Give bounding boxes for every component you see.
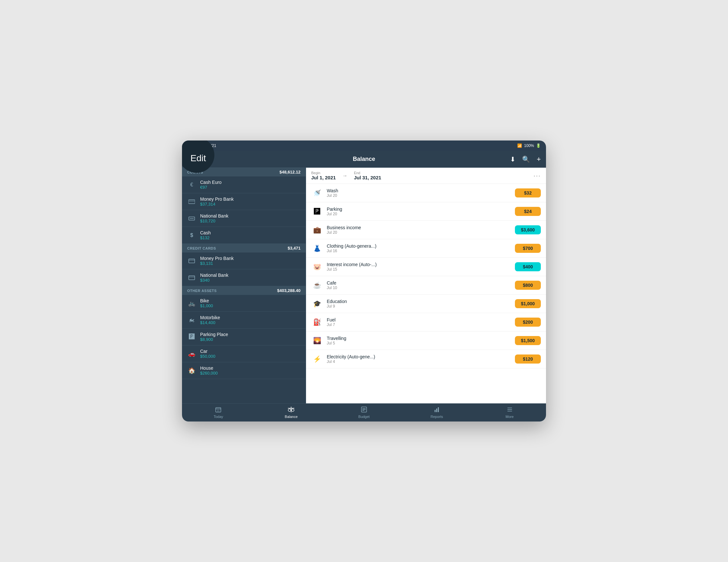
search-icon[interactable]: 🔍 xyxy=(522,155,530,163)
begin-value: Jul 1, 2021 xyxy=(311,175,336,180)
svg-rect-6 xyxy=(189,276,195,280)
account-name: Parking Place xyxy=(200,332,301,337)
bike-icon: 🚲 xyxy=(187,299,196,308)
credit-cards-total: $3,471 xyxy=(288,246,301,251)
other-assets-total: $403,288.40 xyxy=(277,288,301,293)
account-balance: $132 xyxy=(200,235,301,240)
more-options-button[interactable]: ··· xyxy=(533,172,541,179)
list-item[interactable]: 🚲 Bike $1,000 xyxy=(182,295,306,312)
status-bar: '21 📶 100% 🔋 xyxy=(182,141,546,151)
cafe-icon: ☕ xyxy=(311,280,323,291)
account-name: Money Pro Bank xyxy=(200,256,301,261)
account-balance: $8,900 xyxy=(200,337,301,342)
trans-date: Jul 16 xyxy=(327,249,511,253)
trans-name: Cafe xyxy=(327,281,511,285)
list-item[interactable]: ⚡ Electricity (Auto-gene...) Jul 4 $120 xyxy=(306,350,546,368)
trans-name: Interest income (Auto-...) xyxy=(327,262,511,267)
fuel-icon: ⛽ xyxy=(311,316,323,328)
other-assets-section-header: OTHER ASSETS $403,288.40 xyxy=(182,286,306,295)
reports-icon xyxy=(434,407,440,414)
trans-amount: $120 xyxy=(515,354,541,363)
trans-amount: $1,500 xyxy=(515,336,541,345)
begin-label: Begin xyxy=(311,171,336,175)
trans-amount: $800 xyxy=(515,281,541,290)
trans-name: Education xyxy=(327,299,511,304)
trans-amount: $32 xyxy=(515,189,541,198)
motorbike-icon: 🏍 xyxy=(187,315,196,325)
business-icon: 💼 xyxy=(311,224,323,236)
svg-point-13 xyxy=(288,409,291,411)
credit-cards-section-header: CREDIT CARDS $3,471 xyxy=(182,244,306,253)
tab-bar: 21 Today Balance Budget Reports xyxy=(182,403,546,421)
other-assets-label: OTHER ASSETS xyxy=(187,289,217,292)
list-item[interactable]: 👗 Clothing (Auto-genera...) Jul 16 $700 xyxy=(306,239,546,258)
parking-icon: 🅿 xyxy=(187,332,196,341)
download-icon[interactable]: ⬇ xyxy=(510,155,516,163)
trans-date: Jul 10 xyxy=(327,285,511,290)
list-item[interactable]: $ Cash $132 xyxy=(182,227,306,244)
tab-budget[interactable]: Budget xyxy=(328,405,401,420)
trans-name: Clothing (Auto-genera...) xyxy=(327,244,511,249)
transactions-panel: Begin Jul 1, 2021 → End Jul 31, 2021 ···… xyxy=(306,168,546,403)
account-name: Bike xyxy=(200,298,301,303)
account-balance: $50,000 xyxy=(200,354,301,359)
list-item[interactable]: 🏠 House $260,000 xyxy=(182,362,306,379)
list-item[interactable]: Money Pro Bank $37,314 xyxy=(182,193,306,210)
list-item[interactable]: 🌄 Travelling Jul 5 $1,500 xyxy=(306,331,546,350)
list-item[interactable]: 🅿 Parking Place $8,900 xyxy=(182,328,306,345)
list-item[interactable]: € Cash Euro €97 xyxy=(182,177,306,193)
svg-rect-19 xyxy=(435,410,436,412)
tab-reports[interactable]: Reports xyxy=(400,405,473,420)
list-item[interactable]: 🅿 Parking Jul 20 $24 xyxy=(306,202,546,221)
list-item[interactable]: 🐷 Interest income (Auto-...) Jul 15 $400 xyxy=(306,258,546,276)
account-balance: $10,720 xyxy=(200,219,301,224)
education-icon: 🎓 xyxy=(311,298,323,309)
list-item[interactable]: National Bank $340 xyxy=(182,270,306,286)
tab-balance[interactable]: Balance xyxy=(255,405,328,420)
account-balance: $14,400 xyxy=(200,320,301,325)
trans-date: Jul 20 xyxy=(327,193,511,198)
trans-name: Wash xyxy=(327,188,511,193)
bank-icon xyxy=(187,214,196,223)
wallet-icon xyxy=(187,197,196,206)
account-name: Cash Euro xyxy=(200,180,301,185)
more-tab-label: More xyxy=(506,415,514,419)
device-frame: Edit '21 📶 100% 🔋 Balance ⬇ 🔍 + COUNTS $… xyxy=(182,141,546,421)
accounts-total: $48,612.12 xyxy=(279,170,301,175)
main-content: COUNTS $48,612.12 € Cash Euro €97 Money … xyxy=(182,168,546,403)
accounts-panel: COUNTS $48,612.12 € Cash Euro €97 Money … xyxy=(182,168,306,403)
trans-name: Fuel xyxy=(327,317,511,322)
list-item[interactable]: 💼 Business income Jul 20 $3,600 xyxy=(306,221,546,239)
add-icon[interactable]: + xyxy=(537,155,541,164)
list-item[interactable]: 🎓 Education Jul 9 $1,000 xyxy=(306,294,546,313)
list-item[interactable]: Money Pro Bank $3,131 xyxy=(182,253,306,270)
card-icon xyxy=(187,257,196,266)
cash-icon: $ xyxy=(187,231,196,240)
car-icon: 🚗 xyxy=(187,349,196,358)
list-item[interactable]: ☕ Cafe Jul 10 $800 xyxy=(306,276,546,294)
svg-rect-7 xyxy=(188,277,195,278)
tab-more[interactable]: More xyxy=(473,405,546,420)
list-item[interactable]: 🚗 Car $50,000 xyxy=(182,345,306,362)
tab-today[interactable]: 21 Today xyxy=(182,405,255,420)
clothing-icon: 👗 xyxy=(311,243,323,254)
account-balance: $3,131 xyxy=(200,261,301,266)
today-tab-label: Today xyxy=(214,415,223,419)
trans-date: Jul 15 xyxy=(327,267,511,272)
account-balance: $260,000 xyxy=(200,371,301,375)
date-range-bar: Begin Jul 1, 2021 → End Jul 31, 2021 ··· xyxy=(306,168,546,184)
trans-amount: $700 xyxy=(515,244,541,253)
list-item[interactable]: ⛽ Fuel Jul 7 $200 xyxy=(306,313,546,331)
end-value: Jul 31, 2021 xyxy=(354,175,381,180)
house-icon: 🏠 xyxy=(187,366,196,375)
trans-date: Jul 7 xyxy=(327,322,511,327)
list-item[interactable]: National Bank $10,720 xyxy=(182,210,306,227)
wash-icon: 🚿 xyxy=(311,187,323,199)
list-item[interactable]: 🏍 Motorbike $14,400 xyxy=(182,312,306,328)
interest-icon: 🐷 xyxy=(311,261,323,273)
electricity-icon: ⚡ xyxy=(311,353,323,365)
trans-name: Business income xyxy=(327,225,511,230)
card-icon xyxy=(187,273,196,282)
balance-tab-label: Balance xyxy=(285,415,298,419)
list-item[interactable]: 🚿 Wash Jul 20 $32 xyxy=(306,184,546,202)
